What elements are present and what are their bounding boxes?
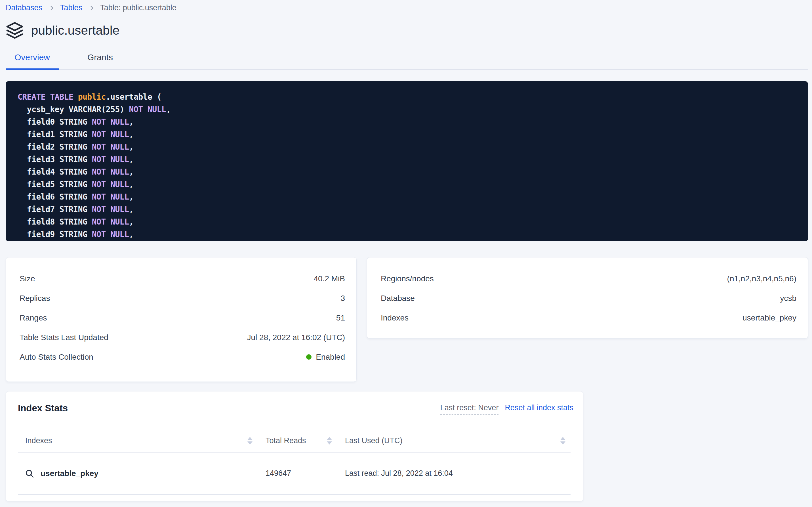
sql-line: field7 STRING NOT NULL, bbox=[17, 203, 796, 216]
index-stats-table-body: usertable_pkey149647Last read: Jul 28, 2… bbox=[18, 452, 573, 495]
breadcrumb-link[interactable]: Databases bbox=[6, 3, 42, 12]
sort-arrows-icon bbox=[327, 437, 332, 445]
last-reset-label: Last reset: Never bbox=[440, 403, 499, 415]
total-reads-value: 149647 bbox=[258, 469, 337, 478]
sql-line: field9 STRING NOT NULL, bbox=[17, 228, 796, 241]
stat-row: Table Stats Last UpdatedJul 28, 2022 at … bbox=[19, 328, 345, 347]
stat-row: Ranges51 bbox=[19, 308, 345, 328]
stat-value: Jul 28, 2022 at 16:02 (UTC) bbox=[247, 333, 345, 342]
reset-index-stats-link[interactable]: Reset all index stats bbox=[505, 403, 573, 412]
sql-line: field4 STRING NOT NULL, bbox=[17, 166, 796, 178]
stat-value: 51 bbox=[336, 314, 345, 323]
sort-desc-icon bbox=[247, 441, 252, 445]
sort-asc-icon bbox=[560, 437, 565, 440]
stat-row: Size40.2 MiB bbox=[19, 269, 345, 288]
column-header-last-used-utc-[interactable]: Last Used (UTC) bbox=[337, 436, 571, 445]
stat-row: Replicas3 bbox=[19, 288, 345, 308]
sql-line: field8 STRING NOT NULL, bbox=[17, 216, 796, 228]
tab-bar: OverviewGrants bbox=[6, 53, 808, 70]
stat-label: Regions/nodes bbox=[381, 274, 434, 283]
status-dot-enabled bbox=[306, 354, 312, 360]
index-stats-table-header: IndexesTotal ReadsLast Used (UTC) bbox=[18, 429, 571, 452]
stat-label: Replicas bbox=[19, 294, 50, 303]
index-stats-table: IndexesTotal ReadsLast Used (UTC) userta… bbox=[18, 429, 573, 495]
index-stats-row: usertable_pkey149647Last read: Jul 28, 2… bbox=[18, 452, 571, 495]
page-content: DatabasesTablesTable: public.usertable p… bbox=[6, 0, 808, 501]
table-meta-card: Regions/nodes(n1,n2,n3,n4,n5,n6)Database… bbox=[367, 257, 808, 339]
stat-value: ycsb bbox=[780, 294, 796, 303]
sql-line: field3 STRING NOT NULL, bbox=[17, 153, 796, 166]
sort-desc-icon bbox=[560, 441, 565, 445]
stat-value: 3 bbox=[340, 294, 345, 303]
column-header-indexes[interactable]: Indexes bbox=[18, 436, 258, 445]
stat-value: Enabled bbox=[306, 352, 345, 362]
sql-line: field6 STRING NOT NULL, bbox=[17, 191, 796, 203]
column-label: Last Used (UTC) bbox=[345, 436, 402, 445]
sort-arrows-icon bbox=[247, 437, 252, 445]
layers-icon bbox=[6, 21, 24, 40]
stat-value: usertable_pkey bbox=[743, 314, 796, 323]
index-stats-title: Index Stats bbox=[18, 403, 68, 413]
sql-line: field5 STRING NOT NULL, bbox=[17, 178, 796, 191]
column-header-total-reads[interactable]: Total Reads bbox=[258, 436, 337, 445]
stat-label: Ranges bbox=[19, 314, 47, 323]
column-label: Total Reads bbox=[265, 436, 306, 445]
overview-stats-row: Size40.2 MiBReplicas3Ranges51Table Stats… bbox=[6, 257, 808, 382]
chevron-right-icon bbox=[89, 6, 93, 10]
chevron-right-icon bbox=[49, 6, 54, 10]
index-stats-header: Index Stats Last reset: Never Reset all … bbox=[18, 403, 573, 415]
stat-row: Databaseycsb bbox=[381, 288, 796, 308]
stat-row: Auto Stats CollectionEnabled bbox=[19, 347, 345, 367]
stat-label: Auto Stats Collection bbox=[19, 352, 93, 362]
last-used-value: Last read: Jul 28, 2022 at 16:04 bbox=[337, 469, 571, 478]
tab-grants[interactable]: Grants bbox=[79, 53, 122, 70]
sort-arrows-icon bbox=[560, 437, 565, 445]
sql-line: field2 STRING NOT NULL, bbox=[17, 141, 796, 153]
page-title: public.usertable bbox=[31, 23, 119, 38]
sql-line: ycsb_key VARCHAR(255) NOT NULL, bbox=[17, 103, 796, 116]
table-stats-card: Size40.2 MiBReplicas3Ranges51Table Stats… bbox=[6, 257, 357, 382]
index-stats-actions: Last reset: Never Reset all index stats bbox=[440, 403, 573, 415]
page-header: public.usertable bbox=[6, 21, 808, 40]
sort-desc-icon bbox=[327, 441, 332, 445]
stat-label: Indexes bbox=[381, 314, 409, 323]
index-stats-card: Index Stats Last reset: Never Reset all … bbox=[6, 391, 583, 501]
search-icon bbox=[25, 469, 34, 478]
stat-label: Database bbox=[381, 294, 415, 303]
breadcrumb-link[interactable]: Tables bbox=[60, 3, 82, 12]
index-name: usertable_pkey bbox=[41, 469, 99, 478]
sql-line: field0 STRING NOT NULL, bbox=[17, 116, 796, 128]
stat-row: Indexesusertable_pkey bbox=[381, 308, 796, 328]
sql-line: field1 STRING NOT NULL, bbox=[17, 128, 796, 141]
index-name-cell[interactable]: usertable_pkey bbox=[18, 469, 258, 478]
stat-value: 40.2 MiB bbox=[314, 274, 345, 283]
stat-row: Regions/nodes(n1,n2,n3,n4,n5,n6) bbox=[381, 269, 796, 288]
column-label: Indexes bbox=[25, 436, 52, 445]
sql-line: CREATE TABLE public.usertable ( bbox=[17, 91, 796, 103]
sort-asc-icon bbox=[247, 437, 252, 440]
tab-overview[interactable]: Overview bbox=[6, 53, 59, 70]
sort-asc-icon bbox=[327, 437, 332, 440]
stat-value: (n1,n2,n3,n4,n5,n6) bbox=[727, 274, 796, 283]
stat-label: Size bbox=[19, 274, 35, 283]
stat-label: Table Stats Last Updated bbox=[19, 333, 108, 342]
breadcrumb-current: Table: public.usertable bbox=[100, 3, 177, 12]
breadcrumb: DatabasesTablesTable: public.usertable bbox=[6, 0, 808, 12]
create-table-sql-box: CREATE TABLE public.usertable ( ycsb_key… bbox=[6, 81, 808, 241]
